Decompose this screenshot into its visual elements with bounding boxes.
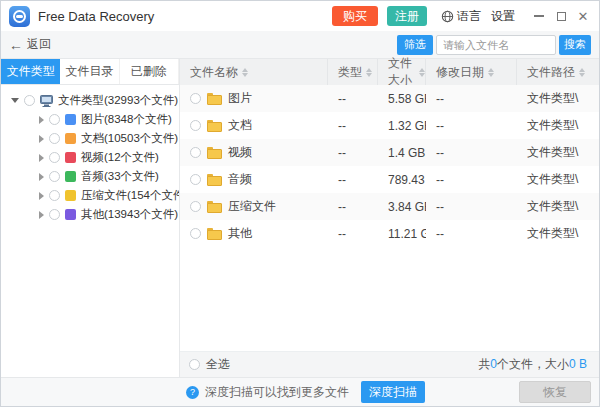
back-arrow-icon: ← <box>9 38 23 52</box>
row-path: 文件类型\ <box>517 171 599 188</box>
tree-item-checkbox[interactable] <box>49 190 60 201</box>
row-size: 1.32 GB <box>378 119 426 133</box>
row-path: 文件类型\ <box>517 117 599 134</box>
row-type: -- <box>328 173 378 187</box>
select-all-control[interactable]: 全选 <box>189 356 230 373</box>
tree-item-checkbox[interactable] <box>49 209 60 220</box>
table-row[interactable]: 压缩文件 -- 3.84 GB -- 文件类型\ <box>180 193 599 220</box>
row-checkbox[interactable] <box>190 93 201 104</box>
close-button[interactable]: ✕ <box>575 8 591 24</box>
row-date: -- <box>426 173 517 187</box>
search-button[interactable]: 搜索 <box>559 35 591 55</box>
selection-bar: 全选 共0个文件，大小0 B <box>180 351 599 377</box>
search-input[interactable] <box>436 35 556 55</box>
minimize-icon <box>534 15 544 17</box>
row-size: 5.58 GB <box>378 92 426 106</box>
document-type-icon <box>65 133 76 144</box>
language-button[interactable]: 语言 <box>441 8 481 25</box>
table-row[interactable]: 图片 -- 5.58 GB -- 文件类型\ <box>180 85 599 112</box>
selected-size: 0 B <box>569 357 587 371</box>
row-checkbox[interactable] <box>190 147 201 158</box>
tree-item-documents[interactable]: 文档(10503个文件) <box>1 129 179 148</box>
tree-item-images[interactable]: 图片(8348个文件) <box>1 110 179 129</box>
row-size: 3.84 GB <box>378 200 426 214</box>
tab-deleted[interactable]: 已删除 <box>120 59 179 84</box>
row-checkbox[interactable] <box>190 174 201 185</box>
row-checkbox[interactable] <box>190 120 201 131</box>
row-type: -- <box>328 92 378 106</box>
column-header-type[interactable]: 类型 <box>328 59 378 85</box>
content-area: 文件类型 文件目录 已删除 文件类型(32993个文件) 图片(8348个文件) <box>1 59 599 377</box>
app-window: Free Data Recovery 购买 注册 语言 设置 ✕ ← 返回 筛选… <box>0 0 600 407</box>
row-name: 其他 <box>228 225 252 242</box>
minimize-button[interactable] <box>531 8 547 24</box>
table-row[interactable]: 视频 -- 1.4 GB -- 文件类型\ <box>180 139 599 166</box>
tree-root-checkbox[interactable] <box>24 95 35 106</box>
tree-item-label: 音频(33个文件) <box>81 169 159 184</box>
tree-root[interactable]: 文件类型(32993个文件) <box>1 91 179 110</box>
settings-button[interactable]: 设置 <box>491 8 515 25</box>
maximize-icon <box>557 12 566 21</box>
column-header-size[interactable]: 文件大小 <box>378 59 426 85</box>
tree-item-checkbox[interactable] <box>49 171 60 182</box>
folder-icon <box>207 93 222 105</box>
tree-item-videos[interactable]: 视频(12个文件) <box>1 148 179 167</box>
sort-icon[interactable] <box>579 68 585 77</box>
row-name: 视频 <box>228 144 252 161</box>
recover-button[interactable]: 恢复 <box>519 381 591 403</box>
selection-summary: 共0个文件，大小0 B <box>478 356 587 373</box>
row-name: 音频 <box>228 171 252 188</box>
expand-arrow-icon[interactable] <box>39 116 44 124</box>
table-header: 文件名称 类型 文件大小 修改日期 文件路径 <box>180 59 599 85</box>
filter-button[interactable]: 筛选 <box>397 35 433 55</box>
row-checkbox[interactable] <box>190 201 201 212</box>
sort-icon[interactable] <box>488 68 494 77</box>
table-row[interactable]: 文档 -- 1.32 GB -- 文件类型\ <box>180 112 599 139</box>
maximize-button[interactable] <box>553 8 569 24</box>
window-controls: ✕ <box>531 8 591 24</box>
expand-arrow-icon[interactable] <box>39 192 44 200</box>
file-type-tree: 文件类型(32993个文件) 图片(8348个文件) 文档(10503个文件) <box>1 85 179 377</box>
tree-item-label: 其他(13943个文件) <box>81 207 178 222</box>
expand-arrow-icon[interactable] <box>39 154 44 162</box>
sidebar-tabs: 文件类型 文件目录 已删除 <box>1 59 179 85</box>
tree-item-archives[interactable]: 压缩文件(154个文件) <box>1 186 179 205</box>
back-button[interactable]: ← 返回 <box>9 36 51 53</box>
close-icon: ✕ <box>578 10 589 23</box>
deep-scan-button[interactable]: 深度扫描 <box>361 381 425 403</box>
sort-icon[interactable] <box>366 68 372 77</box>
sort-icon[interactable] <box>242 68 248 77</box>
expand-arrow-icon[interactable] <box>39 211 44 219</box>
tree-item-checkbox[interactable] <box>49 152 60 163</box>
column-header-path[interactable]: 文件路径 <box>517 59 599 85</box>
video-type-icon <box>65 152 76 163</box>
logo-blob <box>16 15 23 18</box>
tab-file-directory[interactable]: 文件目录 <box>60 59 119 84</box>
tree-item-audio[interactable]: 音频(33个文件) <box>1 167 179 186</box>
buy-button[interactable]: 购买 <box>332 6 378 26</box>
expand-arrow-icon[interactable] <box>39 135 44 143</box>
table-row[interactable]: 音频 -- 789.43 KB -- 文件类型\ <box>180 166 599 193</box>
deep-scan-hint: 深度扫描可以找到更多文件 <box>205 384 349 401</box>
row-name: 文档 <box>228 117 252 134</box>
tree-item-other[interactable]: 其他(13943个文件) <box>1 205 179 224</box>
column-header-name[interactable]: 文件名称 <box>180 59 328 85</box>
expand-arrow-icon[interactable] <box>39 173 44 181</box>
tree-item-label: 文档(10503个文件) <box>81 131 178 146</box>
sort-icon[interactable] <box>419 68 425 77</box>
collapse-arrow-icon[interactable] <box>11 98 19 103</box>
row-size: 11.21 GB <box>378 227 426 241</box>
row-size: 789.43 KB <box>378 173 426 187</box>
tree-item-checkbox[interactable] <box>49 133 60 144</box>
row-path: 文件类型\ <box>517 225 599 242</box>
select-all-checkbox[interactable] <box>189 359 200 370</box>
row-size: 1.4 GB <box>378 146 426 160</box>
column-header-date[interactable]: 修改日期 <box>426 59 517 85</box>
settings-label: 设置 <box>491 8 515 25</box>
register-button[interactable]: 注册 <box>387 6 427 26</box>
row-checkbox[interactable] <box>190 228 201 239</box>
app-title: Free Data Recovery <box>38 9 154 24</box>
tab-file-type[interactable]: 文件类型 <box>1 59 60 84</box>
tree-item-checkbox[interactable] <box>49 114 60 125</box>
table-row[interactable]: 其他 -- 11.21 GB -- 文件类型\ <box>180 220 599 247</box>
